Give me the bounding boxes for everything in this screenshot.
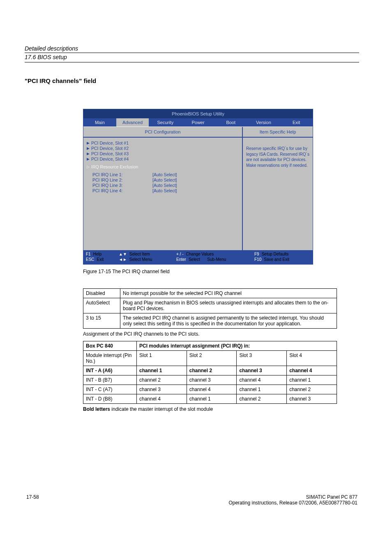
bios-item-slot4[interactable]: ▶PCI Device, Slot #4	[87, 156, 239, 161]
arrows-updown-icon: ▲▼	[119, 252, 127, 256]
table-cell: channel 2	[287, 385, 337, 394]
bios-irq-line-1[interactable]: PCI IRQ Line 1:[Auto Select]	[87, 172, 239, 177]
bios-tabs: Main Advanced Security Power Boot Versio…	[83, 118, 313, 127]
tab-power[interactable]: Power	[182, 118, 214, 127]
table-cell: INT - A (A6)	[83, 366, 137, 375]
table-cell: Slot 2	[187, 351, 237, 366]
bios-item-label: PCI Device, Slot #4	[91, 157, 129, 161]
ft-key: F1	[86, 252, 91, 256]
table-row: Disabled No interrupt possible for the s…	[83, 289, 337, 298]
table-cell: channel 1	[187, 394, 237, 404]
table-cell: 3 to 15	[83, 313, 120, 329]
tab-boot[interactable]: Boot	[214, 118, 247, 127]
irq-value: [Auto Select]	[152, 172, 177, 177]
bios-item-slot1[interactable]: ▶PCI Device, Slot #1	[87, 140, 239, 145]
ft-label: Setup Defaults	[262, 252, 289, 256]
triangle-icon: ▶	[87, 146, 90, 150]
tab-advanced[interactable]: Advanced	[116, 118, 149, 127]
table-cell: channel 4	[287, 366, 337, 375]
table-cell: No interrupt possible for the selected P…	[120, 289, 337, 298]
ft-label: Select Menu	[129, 257, 152, 262]
between-text: Assignment of the PCI IRQ channels to th…	[83, 331, 359, 337]
table-cell: INT - C (A7)	[83, 385, 137, 394]
ft-key: + / -	[176, 252, 184, 256]
triangle-icon: ▶	[87, 157, 90, 161]
table-row: 3 to 15 The selected PCI IRQ channel is …	[83, 313, 337, 329]
ft-label: Exit	[97, 257, 104, 262]
triangle-icon: ▶	[87, 152, 90, 156]
bios-left-pane: PCI Configuration ▶PCI Device, Slot #1 ▶…	[83, 127, 243, 250]
header-line-1: Detailed descriptions	[25, 45, 359, 53]
tab-exit[interactable]: Exit	[280, 118, 313, 127]
bios-item-label: IRQ Resource Exclusion	[91, 164, 138, 169]
table-cell: channel 3	[287, 394, 337, 404]
bios-item-label: PCI Device, Slot #2	[91, 146, 129, 151]
bios-right-pane: Item Specific Help Reserve specific IRQ´…	[243, 127, 313, 250]
bios-left-title: PCI Configuration	[83, 127, 242, 137]
arrows-leftright-icon: ◄►	[119, 257, 127, 262]
post-note-rest: indicate the master interrupt of the slo…	[110, 406, 213, 412]
ft-key: ESC	[86, 257, 95, 262]
table-cell: Slot 3	[237, 351, 287, 366]
table-cell: channel 2	[137, 375, 187, 385]
table-row: INT - B (B7) channel 2 channel 3 channel…	[83, 375, 337, 385]
footer-page-number: 17-58	[26, 494, 39, 506]
header-line-2: 17.6 BIOS setup	[25, 53, 359, 61]
bios-irq-line-3[interactable]: PCI IRQ Line 3:[Auto Select]	[87, 182, 239, 188]
ft-key: Enter	[176, 257, 186, 262]
table-cell: INT - D (B8)	[83, 394, 137, 404]
bios-help-text: Reserve specific IRQ´s for use by legacy…	[243, 138, 313, 172]
table-cell: channel 3	[187, 375, 237, 385]
page-header: Detailed descriptions 17.6 BIOS setup	[25, 45, 359, 62]
page-footer: 17-58 SIMATIC Panel PC 877 Operating ins…	[25, 494, 359, 506]
post-note: Bold letters indicate the master interru…	[83, 406, 359, 412]
table-row: INT - D (B8) channel 4 channel 1 channel…	[83, 394, 337, 404]
bios-item-slot3[interactable]: ▶PCI Device, Slot #3	[87, 151, 239, 156]
table-cell: The selected PCI IRQ channel is assigned…	[120, 313, 337, 329]
table-slot-assignment: Box PC 840 PCI modules interrupt assignm…	[83, 341, 337, 404]
table-cell: Plug and Play mechanism in BIOS selects …	[120, 298, 337, 313]
table-cell: Slot 1	[137, 351, 187, 366]
ft-key: F10	[254, 257, 261, 262]
bios-item-label: PCI Device, Slot #1	[91, 140, 129, 145]
table-cell: INT - B (B7)	[83, 375, 137, 385]
footer-product: SIMATIC Panel PC 877	[228, 494, 357, 500]
bios-panel: PhoenixBIOS Setup Utility Main Advanced …	[83, 109, 313, 265]
table-row: INT - C (A7) channel 3 channel 4 channel…	[83, 385, 337, 394]
ft-key: F9	[254, 252, 259, 256]
table-cell: channel 4	[187, 385, 237, 394]
ft-label: Select	[189, 257, 200, 262]
bios-irq-line-4[interactable]: PCI IRQ Line 4:[Auto Select]	[87, 188, 239, 193]
table-cell: channel 3	[137, 385, 187, 394]
footer-docinfo: Operating instructions, Release 07/2006,…	[228, 500, 357, 506]
table-cell: channel 3	[237, 366, 287, 375]
bios-item-slot2[interactable]: ▶PCI Device, Slot #2	[87, 145, 239, 151]
table-cell: AutoSelect	[83, 298, 120, 313]
bios-item-irq-exclusion[interactable]: ▷IRQ Resource Exclusion	[87, 164, 239, 169]
table-cell: channel 4	[137, 394, 187, 404]
bios-help-title: Item Specific Help	[243, 127, 313, 138]
bios-title: PhoenixBIOS Setup Utility	[83, 109, 313, 118]
tab-main[interactable]: Main	[83, 118, 116, 127]
table-header-cell: Box PC 840	[83, 341, 137, 351]
triangle-icon: ▶	[87, 141, 90, 145]
table-cell: Slot 4	[287, 351, 337, 366]
section-title: "PCI IRQ channels" field	[25, 77, 359, 84]
irq-value: [Auto Select]	[152, 188, 177, 193]
table-cell: channel 2	[187, 366, 237, 375]
bios-irq-line-2[interactable]: PCI IRQ Line 2:[Auto Select]	[87, 177, 239, 182]
table-cell: channel 2	[237, 394, 287, 404]
tab-version[interactable]: Version	[247, 118, 280, 127]
triangle-icon: ▷	[87, 165, 90, 169]
table-cell: channel 4	[237, 375, 287, 385]
ft-label: Select Item	[129, 252, 150, 256]
irq-value: [Auto Select]	[152, 183, 177, 188]
table-cell: channel 1	[237, 385, 287, 394]
tab-security[interactable]: Security	[149, 118, 182, 127]
table-cell: channel 1	[137, 366, 187, 375]
irq-key: PCI IRQ Line 4:	[87, 188, 152, 193]
table-row: Box PC 840 PCI modules interrupt assignm…	[83, 341, 337, 351]
ft-label: Help	[93, 252, 102, 256]
ft-label: Save and Exit	[264, 257, 289, 262]
figure-caption: Figure 17-15 The PCI IRQ channel field	[83, 269, 359, 274]
